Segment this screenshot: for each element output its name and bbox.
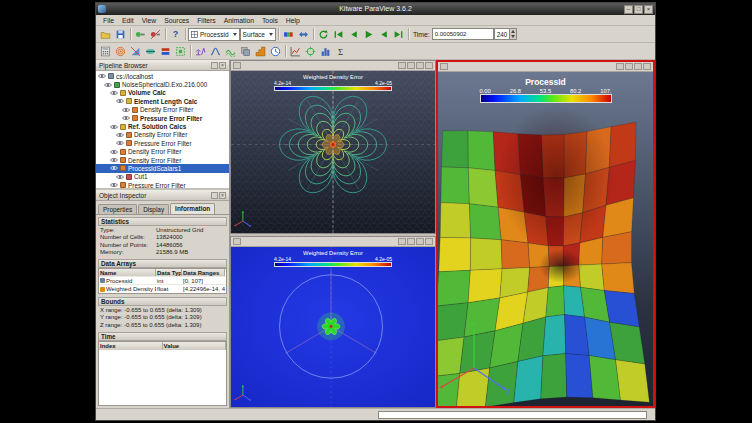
eye-icon[interactable]	[110, 182, 118, 188]
threshold-button[interactable]	[158, 44, 173, 59]
camera-icon[interactable]	[233, 238, 241, 245]
time-input[interactable]: 0.00050902	[432, 28, 494, 40]
camera-icon[interactable]	[233, 62, 241, 69]
pipeline-item-density-error-3[interactable]: Density Error Filter	[96, 148, 229, 156]
extract-level-button[interactable]	[253, 44, 268, 59]
render-view-bottom[interactable]: Weighted Density Error 4.2e-144.2e-05	[230, 236, 436, 408]
pipeline-item-cut[interactable]: Cut1	[96, 173, 229, 181]
pipeline-item-volume-calc[interactable]: Volume Calc	[96, 89, 229, 97]
color-legend[interactable]: Weighted Density Error 4.2e-144.2e-05	[274, 74, 392, 91]
eye-icon[interactable]	[98, 73, 106, 79]
eye-icon[interactable]	[116, 132, 124, 138]
menu-edit[interactable]: Edit	[118, 17, 138, 24]
undock-icon[interactable]	[211, 192, 218, 199]
previous-frame-button[interactable]	[346, 27, 361, 42]
render-area-processid[interactable]: YXZ ProcessId 0.00 26.8 53.5 80.2 107.	[438, 72, 653, 406]
pipeline-item-server[interactable]: cs://localhost	[96, 72, 229, 80]
eye-icon[interactable]	[110, 149, 118, 155]
tab-properties[interactable]: Properties	[98, 204, 137, 214]
split-vertical-icon[interactable]	[625, 63, 633, 70]
menu-filters[interactable]: Filters	[193, 17, 220, 24]
tab-display[interactable]: Display	[138, 204, 169, 214]
table-row[interactable]: Processid int [0, 107]	[99, 277, 226, 285]
color-legend[interactable]: ProcessId 0.00 26.8 53.5 80.2 107.	[480, 77, 612, 103]
split-horizontal-icon[interactable]	[616, 63, 624, 70]
render-area-slice[interactable]: Weighted Density Error 4.2e-144.2e-05	[231, 247, 435, 407]
pipeline-item-pressure-error-3[interactable]: Pressure Error Filter	[96, 181, 229, 188]
time-table[interactable]: Index Value	[98, 341, 227, 407]
warp-vector-button[interactable]	[223, 44, 238, 59]
maximize-view-icon[interactable]	[416, 62, 424, 69]
help-button[interactable]: ?	[168, 27, 183, 42]
play-button[interactable]	[361, 27, 376, 42]
menu-tools[interactable]: Tools	[258, 17, 282, 24]
eye-icon[interactable]	[116, 98, 124, 104]
minimize-button[interactable]: –	[624, 5, 633, 14]
split-horizontal-icon[interactable]	[398, 62, 406, 69]
pipeline-item-ref-solution-calcs[interactable]: Ref. Solution Calcs	[96, 122, 229, 130]
menu-help[interactable]: Help	[282, 17, 304, 24]
pipeline-item-element-length-calc[interactable]: Element Length Calc	[96, 97, 229, 105]
render-area-mesh[interactable]: Weighted Density Error 4.2e-144.2e-05	[231, 71, 435, 233]
rescale-range-button[interactable]	[296, 27, 311, 42]
histogram-button[interactable]	[318, 44, 333, 59]
column-header-value[interactable]: Value	[163, 342, 227, 350]
save-data-button[interactable]	[113, 27, 128, 42]
eye-icon[interactable]	[110, 124, 118, 130]
plot-over-line-button[interactable]	[288, 44, 303, 59]
pipeline-item-density-error-4[interactable]: Density Error Filter	[96, 156, 229, 164]
first-frame-button[interactable]	[331, 27, 346, 42]
spin-down-icon[interactable]	[510, 34, 516, 39]
maximize-view-icon[interactable]	[634, 63, 642, 70]
calculator-button[interactable]	[98, 44, 113, 59]
pipeline-item-density-error-2[interactable]: Density Error Filter	[96, 131, 229, 139]
menu-sources[interactable]: Sources	[160, 17, 193, 24]
eye-icon[interactable]	[110, 165, 118, 171]
render-view-top[interactable]: Weighted Density Error 4.2e-144.2e-05	[230, 60, 436, 234]
contour-button[interactable]	[113, 44, 128, 59]
probe-location-button[interactable]	[303, 44, 318, 59]
eye-icon[interactable]	[116, 174, 124, 180]
undock-icon[interactable]	[211, 62, 218, 69]
table-row[interactable]: Weighted Density Error float [4.22496e-1…	[99, 285, 226, 293]
eye-icon[interactable]	[122, 115, 130, 121]
frame-spinbox[interactable]: 240	[494, 28, 518, 40]
pipeline-item-density-error-1[interactable]: Density Error Filter	[96, 106, 229, 114]
eye-icon[interactable]	[104, 82, 112, 88]
glyph-button[interactable]	[193, 44, 208, 59]
color-legend[interactable]: Weighted Density Error 4.2e-144.2e-05	[274, 250, 392, 267]
connect-button[interactable]	[133, 27, 148, 42]
pipeline-item-processid-scalars[interactable]: ProcessIdScalars1	[96, 164, 229, 172]
pipeline-item-pressure-error-2[interactable]: Pressure Error Filter	[96, 139, 229, 147]
disconnect-button[interactable]	[148, 27, 163, 42]
eye-icon[interactable]	[110, 157, 118, 163]
close-view-icon[interactable]	[425, 62, 433, 69]
close-icon[interactable]: ×	[219, 62, 226, 69]
column-header-type[interactable]: Data Type	[156, 269, 182, 276]
split-horizontal-icon[interactable]	[398, 238, 406, 245]
close-view-icon[interactable]	[425, 238, 433, 245]
split-vertical-icon[interactable]	[407, 238, 415, 245]
stream-tracer-button[interactable]	[208, 44, 223, 59]
pipeline-item-pressure-error-1[interactable]: Pressure Error Filter	[96, 114, 229, 122]
eye-icon[interactable]	[116, 140, 124, 146]
next-frame-button[interactable]	[376, 27, 391, 42]
representation-select[interactable]: Surface	[240, 28, 276, 41]
close-button[interactable]: ×	[644, 5, 653, 14]
loop-button[interactable]	[316, 27, 331, 42]
group-datasets-button[interactable]	[238, 44, 253, 59]
menu-view[interactable]: View	[138, 17, 161, 24]
last-frame-button[interactable]	[391, 27, 406, 42]
close-icon[interactable]: ×	[219, 192, 226, 199]
split-vertical-icon[interactable]	[407, 62, 415, 69]
maximize-button[interactable]: □	[634, 5, 643, 14]
integrate-variables-button[interactable]: Σ	[333, 44, 348, 59]
render-view-right-active[interactable]: YXZ ProcessId 0.00 26.8 53.5 80.2 107.	[436, 60, 655, 408]
column-header-index[interactable]: Index	[99, 342, 163, 350]
extract-subset-button[interactable]	[173, 44, 188, 59]
menu-file[interactable]: File	[99, 17, 118, 24]
clip-button[interactable]	[128, 44, 143, 59]
pipeline-item-reader[interactable]: NoiseSphericalD.Exo.216.000	[96, 80, 229, 88]
tab-information[interactable]: Information	[170, 203, 215, 214]
slice-button[interactable]	[143, 44, 158, 59]
